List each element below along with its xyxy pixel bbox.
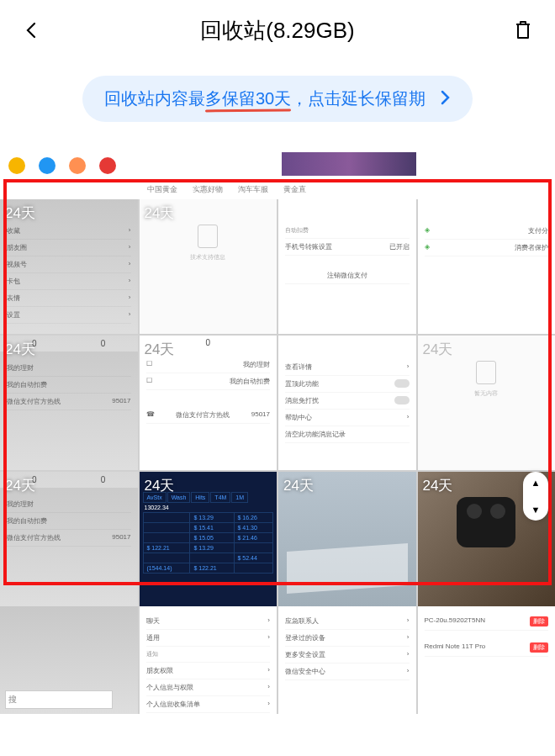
thumbnail-tile[interactable]: 24天 AvStx Wash Hits T4M 1M 13022.34 $ 13… xyxy=(140,472,278,606)
tile-line: PC-20u.59202T5NN删除 xyxy=(425,613,549,631)
placeholder-icon xyxy=(198,225,218,248)
mini-tab: 中国黄金 xyxy=(147,184,177,195)
tile-line: 应急联系人› xyxy=(285,613,410,630)
red-underline-annotation xyxy=(205,109,291,113)
tile-line: 登录过的设备› xyxy=(285,630,410,647)
table-cell: (1544.14) xyxy=(143,563,190,574)
top-icon-strip xyxy=(0,152,555,179)
app-icon-red xyxy=(99,157,116,174)
tile-line: 我的理财 xyxy=(7,360,131,377)
tile-line: 置顶此功能 xyxy=(285,376,410,393)
thumbnail-tile[interactable]: 24天 暂无内容 xyxy=(418,336,556,470)
tile-line: 表情› xyxy=(7,290,131,307)
thumbnail-tile[interactable]: 自动扣费 手机号转账设置已开启 注销微信支付 xyxy=(278,199,416,334)
table-cell: $ 52.44 xyxy=(234,553,273,563)
thumbnail-grid-row4: 搜 聊天› 通用› 通知 朋友权限› 个人信息与权限› 个人信息收集清单› 应急… xyxy=(0,606,555,714)
tile-line: 视频号› xyxy=(7,256,131,273)
table-header: 1M xyxy=(231,492,248,503)
tile-line: 朋友权限› xyxy=(146,663,271,679)
search-box-thumb: 搜 xyxy=(5,690,113,709)
trash-icon[interactable] xyxy=(511,19,535,42)
tile-line: 朋友圈› xyxy=(7,240,131,256)
banner-text: 回收站内容最多保留30天，点击延长保留期 xyxy=(104,87,426,110)
tile-line: 设置› xyxy=(7,307,131,324)
scroll-handle[interactable]: ▲ ▼ xyxy=(523,472,548,521)
tile-line: 清空此功能消息记录 xyxy=(285,426,410,443)
thumbnail-tile[interactable]: 查看详情› 置顶此功能 消息免打扰 帮助中心› 清空此功能消息记录 xyxy=(278,336,416,470)
tile-line: 注销微信支付 xyxy=(285,267,410,284)
table-header: T4M xyxy=(210,492,230,503)
tab-strip: 中国黄金 实惠好物 淘车车服 黄金直 xyxy=(139,179,555,199)
toggle-icon xyxy=(394,396,410,404)
days-remaining-badge: 24天 xyxy=(5,340,35,359)
thumbnail-tile[interactable]: 24天 0 ☐ 我的理财 ☐ 我的自动扣费 ☎ 微信支付官方热线95017 xyxy=(140,336,278,470)
days-remaining-badge: 24天 xyxy=(283,476,314,495)
thumbnail-tile[interactable]: 24天 xyxy=(278,472,416,606)
table-cell: $ 13.29 xyxy=(190,513,234,523)
stat-value: 0 xyxy=(101,475,106,484)
days-remaining-badge: 24天 xyxy=(145,340,175,359)
days-remaining-badge: 24天 xyxy=(145,204,175,223)
tile-line: 查看详情› xyxy=(285,359,410,376)
days-remaining-badge: 24天 xyxy=(423,340,453,359)
app-icon-orange xyxy=(69,157,86,174)
tile-heading: 自动扣费 xyxy=(285,223,410,239)
app-icon-blue xyxy=(39,157,56,174)
table-cell: $ 15.41 xyxy=(190,523,234,533)
scroll-up-icon: ▲ xyxy=(531,478,541,488)
tile-line: 微信支付官方热线95017 xyxy=(7,530,131,547)
table-cell: $ 13.29 xyxy=(190,543,234,553)
thumbnail-tile[interactable]: PC-20u.59202T5NN删除 Redmi Note 11T Pro删除 xyxy=(418,606,556,714)
tile-line: 个人信息收集清单› xyxy=(146,696,271,713)
tile-line: 微信安全中心› xyxy=(285,663,410,680)
tile-line: 卡包› xyxy=(7,273,131,290)
toggle-icon xyxy=(394,379,410,388)
tile-line: 消息免打扰 xyxy=(285,393,410,410)
scroll-down-icon: ▼ xyxy=(531,505,541,515)
tile-line: 我的自动扣费 xyxy=(7,377,131,394)
thumbnail-grid: 24天 收藏› 朋友圈› 视频号› 卡包› 表情› 设置› 24天 技术支持信息… xyxy=(0,199,555,606)
delete-tag: 删除 xyxy=(530,642,548,653)
days-remaining-badge: 24天 xyxy=(423,476,453,495)
thumbnail-tile[interactable]: 聊天› 通用› 通知 朋友权限› 个人信息与权限› 个人信息收集清单› xyxy=(140,606,278,714)
purple-image-strip xyxy=(282,152,416,176)
thumbnail-tile[interactable]: 应急联系人› 登录过的设备› 更多安全设置› 微信安全中心› xyxy=(278,606,416,714)
thumbnail-grid-container: 中国黄金 实惠好物 淘车车服 黄金直 ▲ ▼ 24天 收藏› 朋友圈› 视频号›… xyxy=(0,152,555,714)
table-cell: $ 41.30 xyxy=(234,523,273,533)
tile-line: ◈ 消费者保护 xyxy=(425,240,549,256)
extend-retention-banner[interactable]: 回收站内容最多保留30天，点击延长保留期 xyxy=(82,76,473,122)
placeholder-icon xyxy=(476,361,496,384)
table-cell: $ 122.21 xyxy=(143,543,190,553)
tile-line: 通用› xyxy=(146,630,271,647)
mini-tab: 黄金直 xyxy=(283,184,306,195)
tile-line: 手机号转账设置已开启 xyxy=(285,239,410,256)
days-remaining-badge: 24天 xyxy=(5,204,35,223)
table-cell: $ 21.46 xyxy=(234,533,273,543)
stat-value: 0 xyxy=(101,339,106,348)
tile-line: 更多安全设置› xyxy=(285,647,410,663)
page-title: 回收站(8.29GB) xyxy=(200,16,355,45)
chevron-right-icon xyxy=(441,88,451,110)
days-remaining-badge: 24天 xyxy=(145,476,175,495)
header-bar: 回收站(8.29GB) xyxy=(0,0,555,61)
thumbnail-tile[interactable]: ◈ 支付分 ◈ 消费者保护 xyxy=(418,199,556,334)
delete-tag: 删除 xyxy=(530,616,548,626)
table-header: Hits xyxy=(191,492,209,503)
table-value: 13022.34 xyxy=(143,503,274,512)
earbuds-photo xyxy=(457,497,515,547)
days-remaining-badge: 24天 xyxy=(5,476,35,495)
mini-tab: 淘车车服 xyxy=(238,184,268,195)
back-icon[interactable] xyxy=(20,19,44,42)
thumbnail-tile[interactable]: 搜 xyxy=(0,606,138,714)
thumbnail-tile[interactable]: 24天 收藏› 朋友圈› 视频号› 卡包› 表情› 设置› xyxy=(0,199,138,334)
tile-line: 我的理财 xyxy=(7,496,131,513)
thumbnail-tile[interactable]: 24天 0 0 我的理财 我的自动扣费 微信支付官方热线95017 xyxy=(0,336,138,470)
tile-caption: 暂无内容 xyxy=(418,389,556,398)
tile-line: 通知 xyxy=(146,647,271,663)
table-cell: $ 122.21 xyxy=(190,563,234,574)
thumbnail-tile[interactable]: 24天 0 0 我的理财 我的自动扣费 微信支付官方热线95017 xyxy=(0,472,138,606)
thumbnail-tile[interactable]: 24天 技术支持信息 xyxy=(140,199,278,334)
tile-caption: 技术支持信息 xyxy=(140,253,278,262)
table-cell: $ 15.05 xyxy=(190,533,234,543)
tile-line: 聊天› xyxy=(146,613,271,630)
